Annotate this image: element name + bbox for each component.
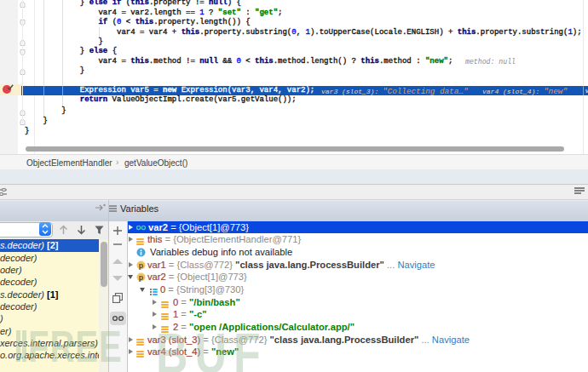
svg-text:p: p bbox=[139, 273, 144, 282]
svg-text:p: p bbox=[139, 260, 144, 269]
